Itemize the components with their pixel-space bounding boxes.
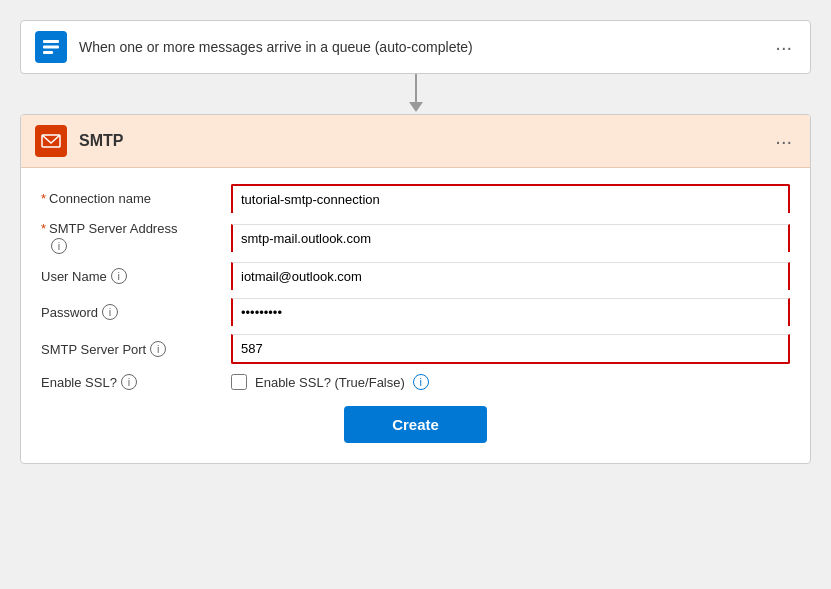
svg-rect-0 [43,40,59,43]
row-smtp-port: SMTP Server Port i [41,334,790,364]
queue-icon [41,37,61,57]
password-input[interactable] [233,299,788,326]
smtp-body: * Connection name * SMTP Server Address … [21,168,810,463]
ssl-info-icon[interactable]: i [413,374,429,390]
svg-rect-2 [43,51,53,54]
row-smtp-server: * SMTP Server Address i [41,221,790,254]
smtp-port-input[interactable] [233,335,788,362]
create-button-row: Create [41,406,790,443]
password-info-icon[interactable]: i [102,304,118,320]
smtp-icon [35,125,67,157]
username-info-icon[interactable]: i [111,268,127,284]
label-username: User Name i [41,268,231,284]
trigger-card: When one or more messages arrive in a qu… [20,20,811,74]
smtp-card: SMTP ··· * Connection name * [20,114,811,464]
row-password: Password i [41,298,790,326]
enable-ssl-checkbox[interactable] [231,374,247,390]
trigger-title: When one or more messages arrive in a qu… [79,39,771,55]
row-enable-ssl: Enable SSL? i Enable SSL? (True/False) i [41,374,790,390]
username-input[interactable] [233,263,788,290]
smtp-ellipsis-button[interactable]: ··· [771,131,796,151]
ssl-control: Enable SSL? (True/False) i [231,374,790,390]
arrow-connector [409,74,423,114]
smtp-header: SMTP ··· [21,115,810,168]
row-username: User Name i [41,262,790,290]
create-button[interactable]: Create [344,406,487,443]
smtp-port-info-icon[interactable]: i [150,341,166,357]
trigger-ellipsis-button[interactable]: ··· [771,37,796,57]
label-smtp-port: SMTP Server Port i [41,341,231,357]
label-password: Password i [41,304,231,320]
svg-rect-1 [43,46,59,49]
smtp-server-info-icon[interactable]: i [51,238,67,254]
enable-ssl-checkbox-label: Enable SSL? (True/False) [255,375,405,390]
connection-name-input[interactable] [233,186,788,213]
enable-ssl-label-info-icon[interactable]: i [121,374,137,390]
label-enable-ssl: Enable SSL? i [41,374,231,390]
arrow-head [409,102,423,112]
arrow-line [415,74,417,102]
smtp-server-address-input[interactable] [233,225,788,252]
label-smtp-server: * SMTP Server Address i [41,221,231,254]
main-container: When one or more messages arrive in a qu… [20,20,811,464]
trigger-icon [35,31,67,63]
label-connection-name: * Connection name [41,191,231,206]
email-icon [41,131,61,151]
smtp-title: SMTP [79,132,771,150]
row-connection-name: * Connection name [41,184,790,213]
